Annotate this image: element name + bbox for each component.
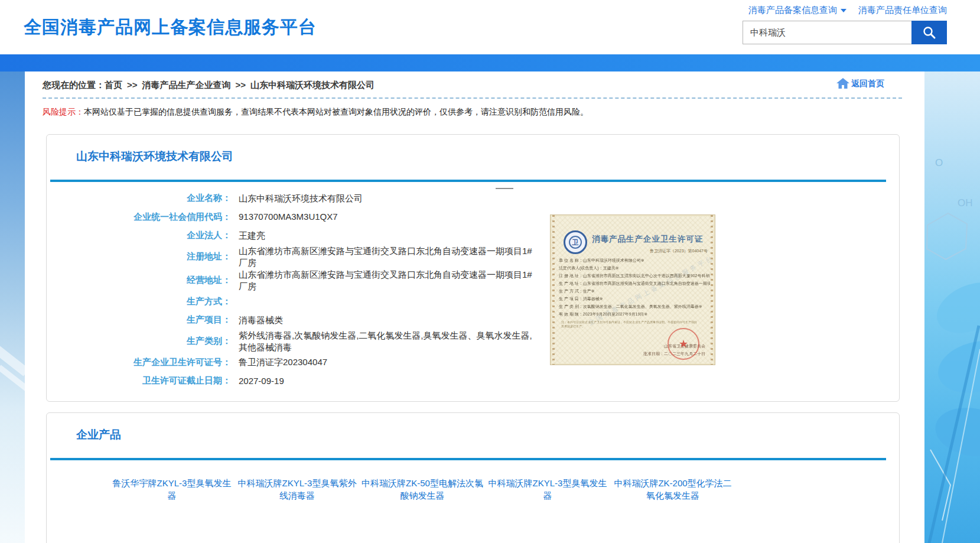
breadcrumb-home-link[interactable]: 首页 <box>105 80 122 90</box>
field-row: 注册地址： 山东省潍坊市高新区潍安路与宝通街交叉路口东北角自动变速器一期项目1#… <box>47 245 578 269</box>
risk-notice-label: 风险提示： <box>43 107 84 116</box>
site-title: 全国消毒产品网上备案信息服务平台 <box>24 15 317 40</box>
product-link[interactable]: 中科瑞沃牌ZKYL-3型臭氧发生器 <box>485 477 610 502</box>
company-products-card: 企业产品 鲁沃华宇牌ZKYL-3型臭氧发生器 中科瑞沃牌ZKYL-3型臭氧紫外线… <box>46 412 900 543</box>
title-underline <box>50 458 886 460</box>
product-link[interactable]: 中科瑞沃牌ZKYL-3型臭氧紫外线消毒器 <box>235 477 360 502</box>
field-row: 生产类别： 紫外线消毒器,次氯酸钠发生器,二氧化氯发生器,臭氧发生器、臭氧水发生… <box>47 330 578 353</box>
product-link[interactable]: 中科瑞沃牌ZK-50型电解法次氯酸钠发生器 <box>360 477 485 502</box>
health-commission-emblem-icon: 卫 <box>564 230 587 254</box>
header-right: 消毒产品备案信息查询 消毒产品责任单位查询 <box>699 5 947 44</box>
field-label: 生产方式： <box>47 296 231 307</box>
molecule-flower-art: O OH <box>924 71 980 543</box>
field-row: 生产方式： <box>47 292 578 311</box>
certificate-number: 鲁卫消证字（2023）第04047号 <box>650 248 708 254</box>
company-card-title: 山东中科瑞沃环境技术有限公司 <box>76 149 233 164</box>
field-label: 企业统一社会信用代码： <box>47 212 231 223</box>
field-label: 生产企业卫生许可证号： <box>47 357 231 368</box>
search-bar <box>699 21 947 44</box>
field-label: 注册地址： <box>47 251 231 262</box>
certificate-note: 注：本许可证仅对企业生产卫生许可条件发证，不应对企业生产产品质量作证明。不得超出… <box>561 320 697 329</box>
top-nav: 消毒产品备案信息查询 消毒产品责任单位查询 <box>699 5 947 16</box>
dashed-divider <box>43 97 902 99</box>
search-button[interactable] <box>911 21 947 44</box>
products-card-title: 企业产品 <box>76 427 121 443</box>
field-row: 企业统一社会信用代码： 91370700MA3M3U1QX7 <box>47 208 578 227</box>
certificate-line: 生 产 地 址：山东省潍坊市高新区潍安路与宝通街交叉路口东北角自动变速器一期项目… <box>559 279 710 287</box>
image-divider-dash <box>496 188 513 189</box>
product-link[interactable]: 鲁沃华宇牌ZKYL-3型臭氧发生器 <box>109 477 235 502</box>
title-underline <box>50 180 886 182</box>
product-links: 鲁沃华宇牌ZKYL-3型臭氧发生器 中科瑞沃牌ZKYL-3型臭氧紫外线消毒器 中… <box>47 477 900 515</box>
search-input[interactable] <box>743 21 911 44</box>
red-seal-stamp-icon: ★ <box>668 328 699 360</box>
certificate-line: 法定代表人(或负责人)：王建亮※ <box>559 264 710 272</box>
risk-notice-text: 本网站仅基于已掌握的信息提供查询服务，查询结果不代表本网站对被查询对象信用状况的… <box>84 107 588 116</box>
field-value: 鲁卫消证字202304047 <box>239 356 327 368</box>
blue-banner <box>0 54 980 71</box>
certificate-line: 有 效 期 限：2023年9月20日至2027年9月19日※ <box>559 310 710 318</box>
search-icon <box>922 25 937 40</box>
certificate-line: 生 产 方 式：生产※ <box>559 287 710 295</box>
main-content: 您现在的位置：首页>>消毒产品生产企业查询>>山东中科瑞沃环境技术有限公司 返回… <box>25 71 924 543</box>
field-value: 王建亮 <box>239 230 265 242</box>
background-photo-left <box>0 71 25 543</box>
certificate-line: 生 产 项 目：消毒器械※ <box>559 295 710 303</box>
nav-link-record-info-query[interactable]: 消毒产品备案信息查询 <box>748 5 846 16</box>
field-value: 91370700MA3M3U1QX7 <box>239 211 338 223</box>
field-label: 经营地址： <box>47 275 231 286</box>
certificate-line: 生 产 类 别：次氯酸钠发生器、二氧化氯发生器、臭氧发生器、紫外线消毒器※ <box>559 303 710 310</box>
field-label: 企业名称： <box>47 193 231 204</box>
molecule-label-oh: OH <box>958 197 973 209</box>
field-value: 山东省潍坊市高新区潍安路与宝通街交叉路口东北角自动变速器一期项目1#厂房 <box>239 269 537 292</box>
breadcrumb-current-page: 山东中科瑞沃环境技术有限公司 <box>250 80 375 90</box>
certificate-perforation <box>711 215 713 365</box>
field-value: 消毒器械类 <box>239 314 283 326</box>
breadcrumb-separator: >> <box>127 80 138 90</box>
field-label: 企业法人： <box>47 230 231 241</box>
breadcrumb: 您现在的位置：首页>>消毒产品生产企业查询>>山东中科瑞沃环境技术有限公司 <box>43 80 375 91</box>
home-icon <box>836 77 850 89</box>
field-row: 经营地址： 山东省潍坊市高新区潍安路与宝通街交叉路口东北角自动变速器一期项目1#… <box>47 269 578 292</box>
page-body: O OH 您现在的位置：首页>>消毒产品生产企业查询>>山东中科瑞沃环境技术有限… <box>0 71 980 543</box>
molecule-label-o: O <box>935 157 943 168</box>
field-value: 2027-09-19 <box>239 375 284 387</box>
field-value: 紫外线消毒器,次氯酸钠发生器,二氧化氯发生器,臭氧发生器、臭氧水发生器,其他器械… <box>239 330 537 353</box>
risk-notice: 风险提示：本网站仅基于已掌握的信息提供查询服务，查询结果不代表本网站对被查询对象… <box>43 107 588 118</box>
certificate-line: 注 册 地 址：山东省潍坊市高新区玉清东街以北中心次干道以西高新大厦902号科研… <box>559 272 710 279</box>
background-photo-right: O OH <box>924 71 980 543</box>
field-label: 卫生许可证截止日期： <box>47 375 231 386</box>
back-home-link[interactable]: 返回首页 <box>836 77 884 89</box>
company-info-card: 山东中科瑞沃环境技术有限公司 企业名称： 山东中科瑞沃环境技术有限公司 企业统一… <box>46 134 900 402</box>
certificate-perforation <box>552 215 555 365</box>
product-link[interactable]: 中科瑞沃牌ZK-200型化学法二氧化氯发生器 <box>610 477 735 502</box>
certificate-line: 单 位 名 称：山东中科瑞沃环境技术有限公司※ <box>559 256 710 264</box>
field-row: 卫生许可证截止日期： 2027-09-19 <box>47 372 578 391</box>
field-value: 山东省潍坊市高新区潍安路与宝通街交叉路口东北角自动变速器一期项目1#厂房 <box>239 245 537 269</box>
field-row: 企业法人： 王建亮 <box>47 226 578 245</box>
field-value: 山东中科瑞沃环境技术有限公司 <box>239 193 363 204</box>
breadcrumb-separator: >> <box>236 80 246 90</box>
field-label: 生产项目： <box>47 314 231 326</box>
nav-link-responsible-unit-query[interactable]: 消毒产品责任单位查询 <box>858 5 947 16</box>
field-row: 生产项目： 消毒器械类 <box>47 311 578 330</box>
field-label: 生产类别： <box>47 336 231 347</box>
hygiene-license-certificate-image: 全国消毒产品网上备案信息服务平台 卫 消毒产品生产企业卫生许可证 鲁卫消证字（2… <box>550 214 715 365</box>
field-row: 企业名称： 山东中科瑞沃环境技术有限公司 <box>47 189 578 208</box>
company-fields: 企业名称： 山东中科瑞沃环境技术有限公司 企业统一社会信用代码： 9137070… <box>47 189 578 391</box>
caret-down-icon <box>841 9 846 12</box>
site-header: 全国消毒产品网上备案信息服务平台 消毒产品备案信息查询 消毒产品责任单位查询 <box>0 0 980 54</box>
breadcrumb-prefix: 您现在的位置： <box>43 80 105 90</box>
certificate-title: 消毒产品生产企业卫生许可证 <box>592 234 704 245</box>
breadcrumb-company-query-link[interactable]: 消毒产品生产企业查询 <box>142 80 231 90</box>
certificate-lines: 单 位 名 称：山东中科瑞沃环境技术有限公司※法定代表人(或负责人)：王建亮※注… <box>559 256 710 318</box>
field-row: 生产企业卫生许可证号： 鲁卫消证字202304047 <box>47 353 578 372</box>
